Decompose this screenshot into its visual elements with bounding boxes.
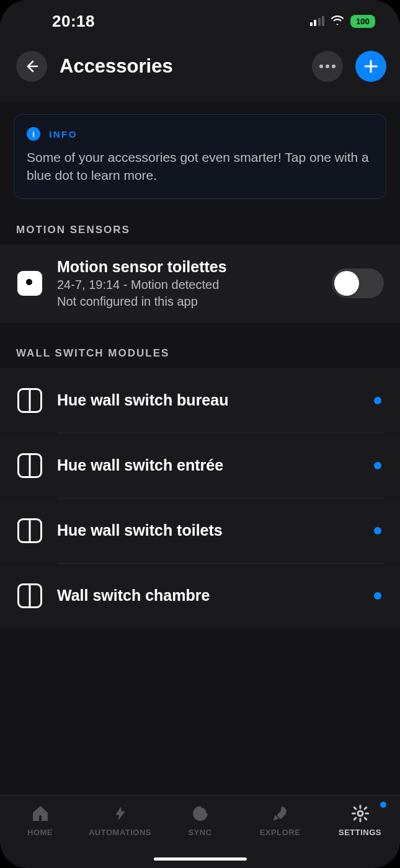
blue-dot-indicator	[374, 397, 381, 404]
wall-switch-row[interactable]: Hue wall switch bureau	[0, 368, 400, 433]
sync-icon	[190, 803, 211, 824]
more-icon	[319, 64, 336, 68]
tab-label: EXPLORE	[260, 828, 301, 837]
info-label: INFO	[49, 129, 78, 140]
bolt-icon	[110, 803, 131, 824]
tab-settings[interactable]: SETTINGS	[320, 803, 400, 837]
tab-label: SYNC	[188, 828, 211, 837]
wall-switch-icon	[17, 583, 42, 608]
tab-automations[interactable]: AUTOMATIONS	[80, 803, 160, 837]
info-text: Some of your accessories got even smarte…	[27, 148, 373, 185]
tab-label: AUTOMATIONS	[89, 828, 151, 837]
wall-switch-title: Wall switch chambre	[57, 586, 360, 605]
wall-switch-row[interactable]: Hue wall switch entrée	[0, 433, 400, 498]
svg-point-1	[198, 812, 202, 815]
motion-sensor-row[interactable]: Motion sensor toilettes 24-7, 19:14 - Mo…	[0, 245, 400, 322]
home-icon	[30, 803, 51, 824]
status-time: 20:18	[37, 12, 95, 31]
wall-switch-icon	[17, 518, 42, 543]
blue-dot-indicator	[374, 462, 381, 469]
motion-row-title: Motion sensor toilettes	[57, 257, 318, 277]
status-indicators: 100	[310, 15, 376, 28]
tab-home[interactable]: HOME	[0, 803, 80, 837]
back-button[interactable]	[16, 51, 47, 82]
status-bar: 20:18 100	[0, 0, 400, 37]
home-indicator[interactable]	[154, 857, 247, 861]
more-button[interactable]	[312, 51, 343, 82]
wall-switch-title: Hue wall switch toilets	[57, 521, 360, 540]
battery-indicator: 100	[350, 15, 375, 28]
arrow-left-icon	[25, 60, 38, 73]
header: Accessories	[0, 37, 400, 100]
wall-switch-row[interactable]: Wall switch chambre	[0, 564, 400, 628]
tab-sync[interactable]: SYNC	[160, 803, 240, 837]
toggle-knob	[334, 271, 359, 296]
info-icon: i	[27, 127, 40, 141]
motion-toggle[interactable]	[332, 268, 384, 298]
tab-bar: HOME AUTOMATIONS SYNC EXPLORE SETTING	[0, 795, 400, 868]
section-title-motion: MOTION SENSORS	[0, 199, 400, 245]
wall-switch-row[interactable]: Hue wall switch toilets	[0, 498, 400, 563]
plus-icon	[363, 59, 378, 74]
page-title: Accessories	[60, 55, 300, 78]
wifi-icon	[331, 15, 344, 27]
svg-point-2	[358, 811, 363, 816]
wall-switch-title: Hue wall switch bureau	[57, 391, 360, 410]
cellular-icon	[310, 16, 325, 26]
tab-label: HOME	[27, 828, 53, 837]
motion-sensor-icon	[17, 271, 42, 296]
section-title-wall: WALL SWITCH MODULES	[0, 322, 400, 368]
motion-row-sub2: Not configured in this app	[57, 293, 318, 310]
rocket-icon	[270, 803, 291, 824]
wall-switch-icon	[17, 453, 42, 478]
wall-switch-title: Hue wall switch entrée	[57, 456, 360, 475]
gear-icon	[350, 803, 371, 824]
content-scroll[interactable]: i INFO Some of your accessories got even…	[0, 100, 400, 795]
blue-dot-indicator	[374, 592, 381, 600]
blue-dot-indicator	[374, 527, 381, 534]
notification-dot	[380, 802, 386, 808]
motion-row-sub1: 24-7, 19:14 - Motion detected	[57, 277, 318, 293]
tab-explore[interactable]: EXPLORE	[240, 803, 320, 837]
add-button[interactable]	[355, 51, 386, 82]
tab-label: SETTINGS	[339, 828, 381, 837]
wall-switch-icon	[17, 388, 42, 413]
info-banner[interactable]: i INFO Some of your accessories got even…	[14, 114, 386, 199]
